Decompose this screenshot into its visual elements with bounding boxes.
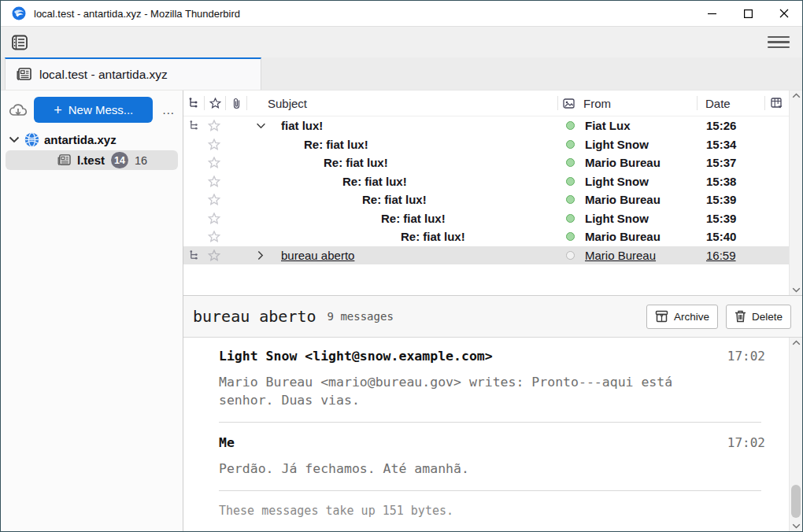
subject-cell: Re: fiat lux! [304,138,368,151]
subject-cell: Re: fiat lux! [324,156,388,169]
message-row[interactable]: Re: fiat lux! Light Snow 15:34 [183,135,789,154]
unread-dot[interactable] [566,140,575,149]
from-cell: Mario Bureau [580,193,698,206]
star-toggle[interactable] [204,194,224,205]
account-row-antartida[interactable]: antartida.xyz [1,129,183,150]
date-cell: 15:38 [698,175,765,188]
message-row[interactable]: Re: fiat lux! Light Snow 15:39 [183,209,789,228]
message-list-pane: Subject From Date [183,91,802,295]
read-dot[interactable] [566,251,575,260]
plus-icon: + [54,103,62,117]
message-item[interactable]: Light Snow <light@snow.example.com> 17:0… [219,349,765,409]
message-divider [219,422,761,423]
column-picker-button[interactable] [765,91,789,116]
from-column-header[interactable]: From [579,91,697,116]
subject-cell: Re: fiat lux! [342,175,407,188]
scroll-down-icon[interactable] [792,523,801,529]
message-row-selected[interactable]: bureau aberto Mario Bureau 16:59 [183,246,789,265]
column-picker-icon [771,98,783,109]
unread-dot[interactable] [566,232,575,241]
star-toggle[interactable] [204,249,224,261]
tab-local-test[interactable]: local.test - antartida.xyz [5,57,261,90]
newsgroup-icon [17,68,31,81]
star-column-header[interactable] [205,91,225,116]
globe-icon [24,132,39,147]
unread-dot[interactable] [566,121,575,130]
from-cell: Fiat Lux [580,119,698,132]
date-cell: 16:59 [698,249,765,262]
folder-pane-options-button[interactable]: ... [159,103,178,116]
message-item[interactable]: Me 17:02 Perdão. Já fechamos. Até amanhã… [219,435,765,478]
unread-dot[interactable] [566,214,575,223]
date-column-header[interactable]: Date [698,91,764,116]
thread-title: bureau aberto [193,307,316,326]
folder-row-ltest[interactable]: l.test 14 16 [6,150,178,170]
messages-size-note: These messages take up 151 bytes. [219,504,765,518]
tab-bar: local.test - antartida.xyz [1,57,802,91]
delete-label: Delete [752,311,783,323]
thread-icon [189,120,199,131]
subject-cell: bureau aberto [281,249,354,262]
collapse-thread-twisty[interactable] [251,123,270,129]
titlebar: local.test - antartida.xyz - Mozilla Thu… [1,1,802,26]
scroll-up-icon[interactable] [792,93,801,98]
from-cell: Light Snow [580,138,698,151]
message-row[interactable]: Re: fiat lux! Mario Bureau 15:37 [183,153,789,172]
delete-button[interactable]: Delete [726,305,791,329]
star-toggle[interactable] [204,212,224,224]
star-toggle[interactable] [204,157,224,168]
archive-button[interactable]: Archive [646,305,718,329]
cloud-download-icon[interactable] [9,102,28,119]
thunderbird-logo-icon [12,6,26,20]
message-reader-scrollbar[interactable] [789,338,802,531]
from-cell: Mario Bureau [580,230,698,243]
spaces-toolbar-toggle-button[interactable] [9,31,31,54]
star-toggle[interactable] [204,120,224,131]
star-toggle[interactable] [204,231,224,242]
unread-dot[interactable] [566,195,575,204]
thread-icon [189,250,199,260]
scrollbar-thumb[interactable] [791,485,801,518]
message-count: 9 messages [327,310,394,323]
thread-column-header[interactable] [183,91,204,116]
message-body: Perdão. Já fechamos. Até amanhã. [219,460,707,478]
message-row[interactable]: Re: fiat lux! Mario Bureau 15:39 [183,190,789,209]
subject-cell: fiat lux! [281,119,323,132]
message-time: 17:02 [727,435,765,450]
scroll-up-icon[interactable] [792,340,801,345]
message-row[interactable]: Re: fiat lux! Mario Bureau 15:40 [183,227,789,246]
chevron-down-icon[interactable] [9,136,20,143]
star-toggle[interactable] [204,175,224,187]
message-list-header: Subject From Date [183,91,789,116]
date-cell: 15:37 [698,156,765,169]
folder-pane: + New Mess... ... antartida.xyz [1,91,183,531]
close-button[interactable] [766,1,802,26]
star-icon [209,98,221,109]
message-reader-pane: Light Snow <light@snow.example.com> 17:0… [183,338,802,531]
expand-thread-twisty[interactable] [251,250,270,260]
subject-column-header[interactable]: Subject [247,91,557,116]
message-list-scrollbar[interactable] [789,91,802,295]
window-title: local.test - antartida.xyz - Mozilla Thu… [34,8,240,20]
paperclip-icon [232,98,241,109]
date-cell: 15:39 [698,193,765,206]
scroll-down-icon[interactable] [792,287,801,293]
from-cell: Mario Bureau [580,156,698,169]
date-cell: 15:26 [698,119,765,132]
maximize-button[interactable] [730,1,766,26]
tab-label: local.test - antartida.xyz [39,68,168,82]
date-cell: 15:39 [698,212,765,225]
star-toggle[interactable] [204,139,224,150]
unread-dot[interactable] [566,158,575,167]
attachment-column-header[interactable] [226,91,246,116]
date-cell: 15:34 [698,138,765,151]
app-menu-button[interactable] [768,31,790,54]
unread-dot[interactable] [566,177,575,186]
unread-status-column-header[interactable] [558,91,579,116]
subject-cell: Re: fiat lux! [401,230,465,243]
new-message-button[interactable]: + New Mess... [34,97,153,123]
message-row[interactable]: fiat lux! Fiat Lux 15:26 [183,116,789,135]
message-row[interactable]: Re: fiat lux! Light Snow 15:38 [183,172,789,191]
minimize-button[interactable] [694,1,730,26]
unified-toolbar [1,26,802,57]
